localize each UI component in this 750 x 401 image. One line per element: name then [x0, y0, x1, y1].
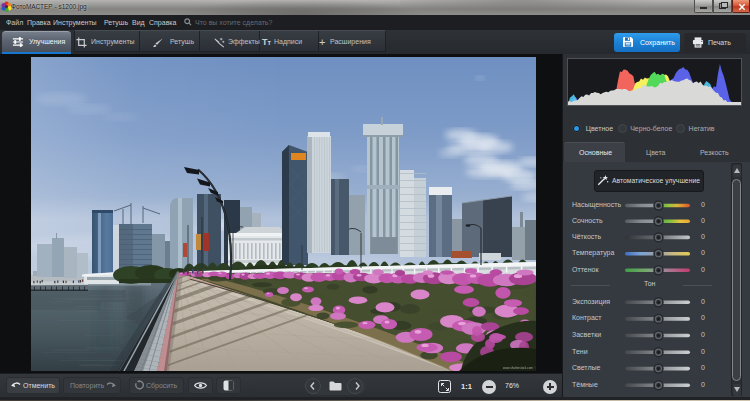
svg-text:www.shutterstock.com · 123456: www.shutterstock.com · 123456: [503, 366, 536, 370]
